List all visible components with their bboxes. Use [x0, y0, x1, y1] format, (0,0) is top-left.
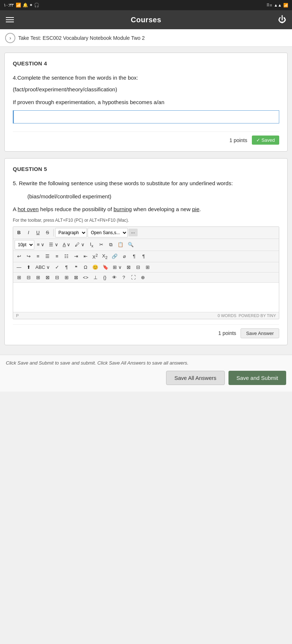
- sentence-underline-2: burning: [114, 206, 132, 212]
- bold-button[interactable]: B: [15, 229, 23, 236]
- toolbar-row-4: — ⬆ ABC ∨ ✓ ¶ ❝ Ω 😊 🔖 ⊞ ∨ ⊠ ⊟ ⊞: [13, 262, 279, 273]
- save-answer-button[interactable]: Save Answer: [241, 328, 279, 338]
- align-left-button[interactable]: ≡: [34, 252, 42, 260]
- question-5-sentence: A hot oven helps reduce the possibility …: [13, 205, 279, 214]
- status-time: ١٠:٣٣: [4, 3, 14, 8]
- clear-link-button[interactable]: ⌀: [120, 252, 129, 260]
- toolbar-row-3: ↩ ↪ ≡ ☰ ≡ ☷ ⇥ ⇤ X2 X2 🔗 ⌀ ¶ ¶: [13, 251, 279, 262]
- signal-icon: ▲▲: [274, 3, 282, 7]
- strikethrough-button[interactable]: S: [43, 229, 52, 236]
- redo-button[interactable]: ↪: [24, 252, 33, 260]
- superscript-button[interactable]: X2: [91, 252, 100, 261]
- font-size-select[interactable]: 10pt: [15, 240, 34, 249]
- paragraph-select[interactable]: Paragraph: [55, 228, 87, 237]
- font-select[interactable]: Open Sans,s...: [88, 228, 128, 237]
- cut-button[interactable]: ✂: [97, 241, 105, 248]
- status-bar-right: ⠿⠶ ▲▲ 📶: [266, 3, 288, 8]
- sentence-part-4: .: [199, 206, 201, 212]
- align-center-button[interactable]: ☰: [43, 252, 52, 260]
- indent-button[interactable]: ⇥: [72, 252, 80, 260]
- subscript-button[interactable]: X2: [100, 252, 110, 261]
- omega-button[interactable]: Ω: [81, 263, 90, 271]
- table-col2-button[interactable]: ⊞: [143, 263, 152, 271]
- find-button[interactable]: 🔍: [126, 241, 135, 248]
- question-4-answer-input[interactable]: [13, 110, 279, 123]
- table-type4-button[interactable]: ⊠: [43, 274, 52, 281]
- toolbar-row-1: B I U S Paragraph Open Sans,s... ···: [13, 227, 279, 239]
- italic-button[interactable]: I: [24, 229, 33, 236]
- footer-hint: Click Save and Submit to save and submit…: [6, 360, 286, 366]
- question-5-card: QUESTION 5 5. Rewrite the following sent…: [4, 158, 288, 345]
- ordered-list-button[interactable]: ≡ ∨: [35, 241, 46, 248]
- code-format-button[interactable]: {}: [100, 274, 109, 281]
- bookmark-button[interactable]: 🔖: [101, 263, 110, 271]
- table-button[interactable]: ⊞ ∨: [111, 263, 124, 271]
- table-col-button[interactable]: ⊟: [134, 263, 143, 271]
- save-and-submit-button[interactable]: Save and Submit: [228, 371, 286, 385]
- emoji-button[interactable]: 😊: [91, 263, 100, 271]
- table-type1-button[interactable]: ⊞: [15, 274, 23, 281]
- code-sample-button[interactable]: <>: [81, 274, 90, 281]
- chevron-icon: ›: [9, 35, 11, 41]
- table-type3-button[interactable]: ⊞: [34, 274, 42, 281]
- remove-format-button[interactable]: Ix: [87, 240, 96, 249]
- question-4-saved-button[interactable]: ✓ Saved: [252, 136, 279, 145]
- add-button[interactable]: ⊕: [138, 274, 147, 281]
- save-all-answers-button[interactable]: Save All Answers: [166, 371, 225, 385]
- editor-wrapper: B I U S Paragraph Open Sans,s... ··· 10p…: [13, 226, 279, 319]
- outdent-button[interactable]: ⇤: [81, 252, 90, 260]
- help-button[interactable]: ?: [119, 274, 128, 281]
- rtl-button[interactable]: ¶: [139, 252, 148, 260]
- quote-button[interactable]: ❝: [72, 263, 80, 271]
- table-type7-button[interactable]: ⊠: [72, 274, 80, 281]
- back-button[interactable]: ›: [5, 33, 15, 43]
- question-4-label: QUESTION 4: [13, 60, 279, 66]
- question-5-footer: 1 points Save Answer: [13, 324, 279, 338]
- toolbar-divider-1: [53, 229, 54, 236]
- paste-button[interactable]: 📋: [116, 241, 125, 248]
- main-content: QUESTION 4 4.Complete the sentence from …: [0, 47, 292, 351]
- undo-button[interactable]: ↩: [15, 252, 23, 260]
- preview-button[interactable]: 👁: [110, 274, 119, 281]
- ltr-button[interactable]: ¶: [130, 252, 138, 260]
- align-justify-button[interactable]: ☷: [62, 252, 71, 260]
- spellcheck-button[interactable]: ABC ∨: [34, 263, 52, 271]
- battery-icon: ⠿⠶: [266, 3, 272, 8]
- sentence-underline-3: pie: [192, 206, 199, 212]
- copy-button[interactable]: ⧉: [106, 241, 115, 249]
- page-break-button[interactable]: ⊥: [91, 274, 100, 281]
- question-4-sentence: If proven through experimentation, a hyp…: [13, 98, 279, 107]
- power-icon[interactable]: ⏻: [278, 15, 286, 24]
- breadcrumb-bar: › Take Test: ESC002 Vocabulary Notebook …: [0, 29, 292, 47]
- table-type5-button[interactable]: ⊟: [53, 274, 61, 281]
- table-type2-button[interactable]: ⊟: [24, 274, 33, 281]
- link-button[interactable]: 🔗: [110, 252, 119, 260]
- sentence-part-2: helps reduce the possibility of: [39, 206, 114, 212]
- editor-status-bar: P 0 WORDS POWERED BY TINY: [13, 312, 279, 319]
- underline-button[interactable]: U: [34, 229, 42, 236]
- text-color-button[interactable]: A ∨: [61, 241, 73, 248]
- hr-button[interactable]: —: [15, 263, 23, 271]
- image-upload-button[interactable]: ⬆: [24, 263, 33, 271]
- editor-area[interactable]: [13, 283, 279, 312]
- toolbar-row-5: ⊞ ⊟ ⊞ ⊠ ⊟ ⊞ ⊠ <> ⊥ {} 👁 ? ⛶ ⊕: [13, 273, 279, 283]
- footer-buttons: Save All Answers Save and Submit: [6, 371, 286, 385]
- editor-element-indicator: P: [16, 313, 19, 318]
- highlight-button[interactable]: 🖊 ∨: [73, 241, 87, 248]
- sentence-underline-1: hot oven: [18, 206, 39, 212]
- hamburger-line3: [6, 22, 14, 22]
- more-options-button[interactable]: ···: [128, 229, 138, 236]
- bottom-footer: Click Save and Submit to save and submit…: [0, 355, 292, 392]
- table-type6-button[interactable]: ⊞: [62, 274, 71, 281]
- question-5-body: 5. Rewrite the following sentence using …: [13, 179, 279, 188]
- align-right-button[interactable]: ≡: [53, 252, 61, 260]
- nav-bar: Courses ⏻: [0, 10, 292, 29]
- table-delete-button[interactable]: ⊠: [124, 263, 133, 271]
- nav-title: Courses: [131, 16, 161, 24]
- pilcrow-button[interactable]: ¶: [62, 263, 71, 271]
- status-bar-left: ١٠:٣٣ 📶 🔔 ✦ 🎧: [4, 3, 39, 8]
- checkmark-button[interactable]: ✓: [53, 263, 61, 271]
- hamburger-menu[interactable]: [6, 17, 14, 22]
- unordered-list-button[interactable]: ☰ ∨: [47, 241, 60, 248]
- fullscreen-button[interactable]: ⛶: [129, 274, 138, 281]
